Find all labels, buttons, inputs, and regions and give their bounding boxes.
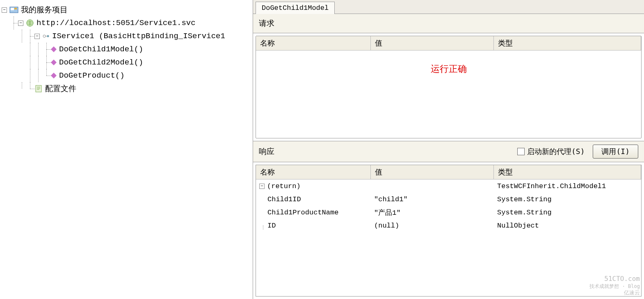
checkbox-icon[interactable] (517, 148, 525, 155)
invoke-button-label: 调用(I) (601, 147, 630, 156)
checkbox-label: 启动新的代理(S) (527, 147, 585, 156)
service-tree-panel: − 我的服务项目 − http://localhost:5051/Service… (0, 0, 253, 299)
row-name: ID (267, 222, 276, 230)
tree-service-label: http://localhost:5051/Service1.svc (37, 18, 196, 28)
tree-config-node[interactable]: 配置文件 (2, 82, 251, 95)
request-grid-header: 名称 值 类型 (256, 36, 641, 51)
response-grid-body: − (return) TestWCFInherit.ChildModel1 Ch… (256, 179, 641, 296)
tree-root-label: 我的服务项目 (21, 5, 68, 15)
svg-rect-2 (14, 8, 17, 9)
row-value: (null) (371, 222, 494, 230)
request-header: 请求 (253, 14, 644, 33)
response-label: 响应 (259, 146, 274, 157)
svg-point-5 (47, 35, 49, 37)
row-name: Child1ProductName (267, 209, 338, 216)
detail-panel: DoGetChild1Model 请求 名称 值 类型 运行正确 响应 启动新的… (253, 0, 644, 299)
tree-root-node[interactable]: − 我的服务项目 (2, 3, 251, 16)
config-file-icon (34, 85, 43, 93)
table-row[interactable]: − (return) TestWCFInherit.ChildModel1 (256, 179, 641, 193)
row-name: (return) (267, 182, 301, 190)
row-type: System.String (494, 209, 641, 216)
table-row[interactable]: Child1ProductName "产品1" System.String (256, 206, 641, 219)
tree-method-label: DoGetChild1Model() (59, 45, 143, 54)
tree-binding-node[interactable]: − IService1 (BasicHttpBinding_IService1 (2, 30, 251, 43)
collapse-icon[interactable]: − (2, 7, 7, 13)
row-value: "child1" (371, 196, 494, 203)
method-icon (51, 60, 57, 65)
row-name: Child1ID (267, 196, 301, 203)
globe-icon (26, 19, 34, 27)
svg-point-4 (43, 35, 46, 37)
collapse-icon[interactable]: − (34, 34, 40, 39)
tab-bar: DoGetChild1Model (253, 0, 644, 14)
tree-service-node[interactable]: − http://localhost:5051/Service1.svc (2, 16, 251, 30)
col-type-header[interactable]: 类型 (494, 165, 641, 179)
row-type: System.String (494, 196, 641, 203)
status-text: 运行正确 (256, 51, 641, 96)
col-value-header[interactable]: 值 (371, 165, 494, 179)
new-proxy-checkbox[interactable]: 启动新的代理(S) (517, 147, 585, 156)
row-type: NullObject (494, 222, 641, 230)
service-tree[interactable]: − 我的服务项目 − http://localhost:5051/Service… (2, 3, 251, 95)
request-section: 请求 名称 值 类型 运行正确 (253, 14, 644, 141)
tree-binding-label: IService1 (BasicHttpBinding_IService1 (52, 32, 225, 41)
row-value: "产品1" (371, 208, 494, 217)
svg-rect-7 (51, 60, 57, 65)
svg-rect-8 (51, 73, 57, 78)
tree-method-label: DoGetProduct() (59, 71, 125, 80)
request-grid: 名称 值 类型 运行正确 (256, 36, 642, 138)
project-icon (9, 6, 18, 14)
tree-method-label: DoGetChild2Model() (59, 58, 143, 67)
interface-icon (42, 32, 50, 40)
tab-label: DoGetChild1Model (262, 4, 329, 12)
tree-method-node[interactable]: DoGetProduct() (2, 69, 251, 82)
row-type: TestWCFInherit.ChildModel1 (494, 182, 641, 190)
response-bar: 响应 启动新的代理(S) 调用(I) (253, 141, 644, 162)
svg-rect-9 (36, 85, 41, 92)
col-name-header[interactable]: 名称 (256, 165, 371, 179)
tab-active[interactable]: DoGetChild1Model (256, 2, 335, 14)
svg-rect-6 (51, 46, 57, 52)
response-grid: 名称 值 类型 − (return) TestWCFInherit.ChildM… (256, 165, 642, 297)
invoke-button[interactable]: 调用(I) (593, 145, 638, 159)
table-row[interactable]: ID (null) NullObject (256, 219, 641, 232)
collapse-icon[interactable]: − (18, 21, 23, 26)
col-value-header[interactable]: 值 (371, 36, 494, 50)
request-label: 请求 (259, 18, 274, 29)
tree-config-label: 配置文件 (45, 83, 76, 94)
col-type-header[interactable]: 类型 (494, 36, 641, 50)
method-icon (51, 46, 57, 52)
col-name-header[interactable]: 名称 (256, 36, 371, 50)
table-row[interactable]: Child1ID "child1" System.String (256, 193, 641, 206)
method-icon (51, 73, 57, 78)
tree-method-node[interactable]: DoGetChild1Model() (2, 43, 251, 56)
response-grid-header: 名称 值 类型 (256, 165, 641, 179)
svg-rect-1 (11, 8, 14, 10)
collapse-icon[interactable]: − (259, 184, 265, 189)
tree-method-node[interactable]: DoGetChild2Model() (2, 56, 251, 69)
response-section: 名称 值 类型 − (return) TestWCFInherit.ChildM… (253, 162, 644, 299)
